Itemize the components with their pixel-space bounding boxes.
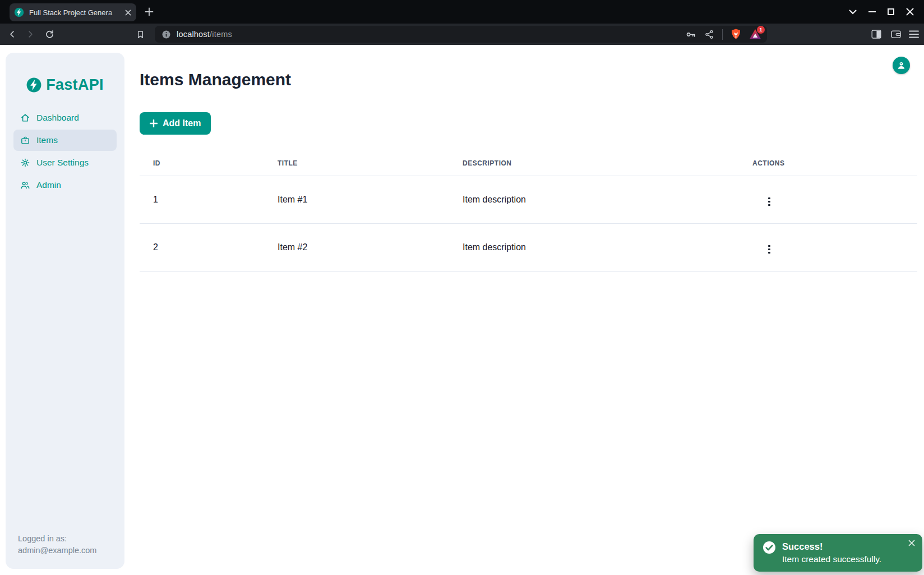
- window-minimize-button[interactable]: [862, 0, 881, 24]
- browser-toolbar: localhost/items: [0, 24, 924, 45]
- row-actions-menu-icon[interactable]: [765, 195, 774, 209]
- toast-text: Success! Item created successfully.: [782, 540, 881, 565]
- page-viewport: FastAPI Dashboard Items: [0, 45, 924, 575]
- plus-icon: [150, 119, 158, 127]
- sidebar-item-admin[interactable]: Admin: [13, 174, 117, 196]
- col-header-title: TITLE: [264, 150, 449, 176]
- menu-hamburger-icon[interactable]: [907, 27, 921, 41]
- sidebar-item-label: Items: [36, 135, 58, 145]
- sidebar-item-label: Admin: [36, 180, 61, 190]
- cell-description: Item description: [449, 176, 739, 224]
- main-content: Items Management Add Item ID TITLE DESCR…: [140, 45, 924, 575]
- browser-tab[interactable]: Full Stack Project Genera: [10, 3, 136, 21]
- row-actions-menu-icon[interactable]: [765, 243, 774, 256]
- success-toast: Success! Item created successfully.: [754, 534, 922, 572]
- users-icon: [20, 180, 30, 190]
- fastapi-favicon-icon: [14, 7, 24, 17]
- bookmark-icon[interactable]: [133, 27, 147, 41]
- url-text: localhost/items: [177, 30, 232, 39]
- window-maximize-button[interactable]: [881, 0, 900, 24]
- cell-description: Item description: [449, 224, 739, 272]
- sidebar-item-user-settings[interactable]: User Settings: [13, 152, 117, 173]
- brave-shields-icon[interactable]: [730, 28, 742, 41]
- share-icon[interactable]: [704, 29, 715, 40]
- url-path: /items: [210, 30, 232, 39]
- tab-close-icon[interactable]: [123, 7, 133, 17]
- table-row: 1 Item #1 Item description: [140, 176, 917, 224]
- items-table: ID TITLE DESCRIPTION ACTIONS 1 Item #1 I…: [140, 150, 917, 272]
- cell-title: Item #1: [264, 176, 449, 224]
- table-row: 2 Item #2 Item description: [140, 224, 917, 272]
- toast-close-icon[interactable]: [907, 539, 916, 549]
- urlbar-divider: [722, 29, 723, 40]
- sidebar-item-label: User Settings: [36, 158, 89, 168]
- tab-strip: Full Stack Project Genera: [0, 0, 924, 24]
- cell-title: Item #2: [264, 224, 449, 272]
- logged-in-info: Logged in as: admin@example.com: [18, 533, 96, 556]
- page-title: Items Management: [140, 45, 924, 90]
- sidebar-item-items[interactable]: Items: [13, 130, 117, 151]
- logged-in-email: admin@example.com: [18, 545, 96, 556]
- add-item-button[interactable]: Add Item: [140, 112, 211, 135]
- forward-button[interactable]: [24, 27, 37, 41]
- logged-in-label: Logged in as:: [18, 533, 96, 545]
- browser-window: Full Stack Project Genera: [0, 0, 924, 575]
- sidebar-panel-icon[interactable]: [870, 27, 883, 41]
- tab-title: Full Stack Project Genera: [29, 8, 123, 17]
- rewards-badge: 1: [757, 26, 765, 34]
- saved-passwords-key-icon[interactable]: [685, 29, 697, 40]
- briefcase-icon: [20, 135, 30, 145]
- check-circle-icon: [763, 541, 776, 554]
- cell-id: 1: [140, 176, 264, 224]
- sidebar-item-dashboard[interactable]: Dashboard: [13, 107, 117, 128]
- table-header-row: ID TITLE DESCRIPTION ACTIONS: [140, 150, 917, 176]
- sidebar-nav: Dashboard Items User Settings: [13, 107, 117, 196]
- col-header-actions: ACTIONS: [739, 150, 917, 176]
- user-icon: [896, 60, 907, 71]
- brave-rewards-icon[interactable]: 1: [749, 28, 761, 40]
- window-close-button[interactable]: [900, 0, 920, 24]
- toast-message: Item created successfully.: [782, 553, 881, 565]
- reload-button[interactable]: [43, 27, 56, 41]
- url-host: localhost: [177, 30, 210, 39]
- url-bar[interactable]: localhost/items: [155, 26, 767, 43]
- tab-search-chevron-icon[interactable]: [843, 0, 862, 24]
- col-header-id: ID: [140, 150, 264, 176]
- home-icon: [20, 113, 30, 123]
- wallet-icon[interactable]: [889, 27, 903, 41]
- window-controls: [843, 0, 920, 24]
- new-tab-button[interactable]: [142, 5, 156, 19]
- gear-icon: [20, 158, 30, 168]
- col-header-description: DESCRIPTION: [449, 150, 739, 176]
- fastapi-logo-icon: [26, 77, 41, 93]
- toast-title: Success!: [782, 540, 881, 553]
- logo: FastAPI: [6, 53, 124, 94]
- add-item-label: Add Item: [163, 118, 201, 128]
- cell-id: 2: [140, 224, 264, 272]
- user-avatar-button[interactable]: [893, 57, 910, 74]
- sidebar: FastAPI Dashboard Items: [6, 53, 124, 569]
- sidebar-item-label: Dashboard: [36, 113, 79, 123]
- logo-text: FastAPI: [46, 76, 104, 94]
- site-info-icon[interactable]: [161, 30, 171, 39]
- back-button[interactable]: [6, 27, 19, 41]
